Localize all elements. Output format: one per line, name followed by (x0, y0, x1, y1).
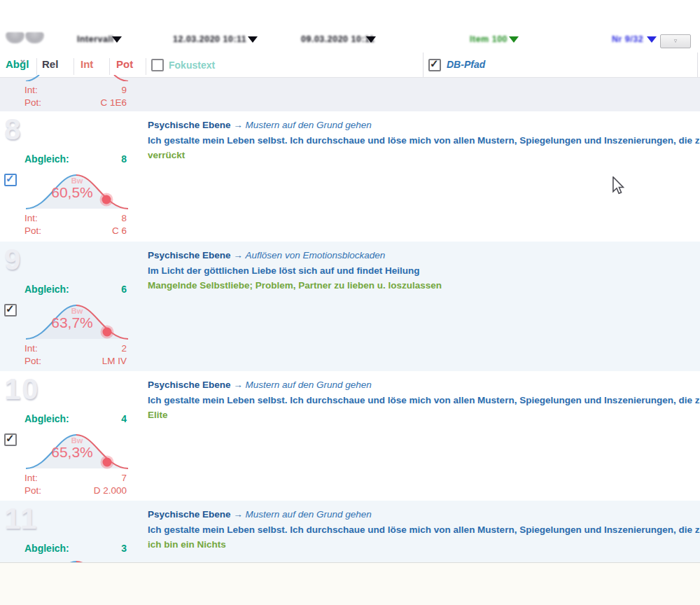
pot-value: D 2.000 (94, 485, 127, 496)
divider (36, 58, 37, 75)
spinner-icon: ▿ (674, 37, 678, 44)
result-row[interactable]: 9 Psychische Ebene → Auflösen von Emotio… (0, 242, 700, 371)
row-checkbox[interactable]: ✓ (4, 304, 17, 317)
abgleich-value: 6 (121, 284, 127, 295)
int-value: 7 (121, 473, 127, 483)
check-icon: ✓ (6, 172, 15, 185)
row-number: 10 (4, 373, 40, 406)
result-row-partial[interactable]: Int: 9 Pot: C 1E6 (0, 78, 700, 111)
int-label: Int: (24, 85, 38, 95)
tab-rel[interactable]: Rel (42, 58, 58, 70)
int-value: 8 (121, 213, 127, 223)
bell-curve-tails (24, 75, 130, 81)
affirmation-text: Ich gestalte mein Leben selbst. Ich durc… (148, 522, 700, 538)
toolbar-dropdown-date-end[interactable]: 09.03.2020 10:11 (301, 34, 374, 44)
affirmation-text: Im Licht der göttlichen Liebe löst sich … (148, 263, 700, 279)
divider (74, 58, 74, 75)
divider (109, 58, 110, 75)
dropdown-arrow-icon[interactable] (647, 36, 657, 43)
row-checkbox[interactable]: ✓ (4, 433, 17, 446)
abgleich-label: Abgleich: (24, 153, 69, 165)
affirmation-text: Ich gestalte mein Leben selbst. Ich durc… (148, 133, 700, 148)
divider (423, 53, 424, 77)
dropdown-arrow-icon[interactable] (248, 36, 258, 43)
dropdown-arrow-icon[interactable] (366, 36, 376, 43)
arrow-right-icon: → (233, 120, 243, 130)
toolbar-dropdown-date-start[interactable]: 12.03.2020 10:11 (173, 34, 246, 44)
row-number: 11 (4, 502, 38, 536)
level-title: Psychische Ebene (148, 120, 231, 130)
int-label: Int: (24, 343, 38, 354)
dropdown-arrow-icon[interactable] (112, 36, 122, 43)
bw-percent: 65,3% (20, 444, 125, 461)
result-row[interactable]: 11 Psychische Ebene → Mustern auf den Gr… (0, 501, 700, 562)
bottom-strip (0, 562, 700, 605)
toolbar-dropdown-interval[interactable]: Intervall (77, 34, 113, 44)
row-number: 8 (4, 113, 22, 146)
fokustext-checkbox[interactable] (151, 59, 164, 71)
level-title: Psychische Ebene (148, 380, 231, 390)
bw-percent: 63,7% (20, 314, 125, 331)
int-label: Int: (24, 213, 38, 223)
top-toolbar: Intervall 12.03.2020 10:11 09.03.2020 10… (0, 0, 700, 53)
db-pfad-label: DB-Pfad (447, 59, 485, 70)
filter-bar: ⌄ Abgl Rel Int Pot Fokustext ✓ DB-Pfad (0, 53, 700, 78)
arrow-right-icon: → (233, 380, 243, 390)
affirmation-text: Ich gestalte mein Leben selbst. Ich durc… (148, 393, 700, 408)
fokustext-label: Fokustext (169, 60, 215, 71)
abgleich-value: 8 (121, 153, 127, 165)
focus-note: verrückt (148, 148, 700, 163)
abgleich-value: 4 (121, 413, 127, 424)
bw-percent: 60,5% (20, 184, 125, 201)
focus-note: Mangelnde Selbstliebe; Problem, Partner … (148, 278, 700, 293)
tab-pot[interactable]: Pot (116, 58, 133, 70)
int-label: Int: (24, 473, 38, 483)
tab-int[interactable]: Int (80, 58, 93, 70)
row-checkbox[interactable]: ✓ (4, 174, 17, 186)
divider (697, 53, 698, 77)
pot-label: Pot: (24, 225, 41, 236)
bell-curve: Bw 63,7% (24, 300, 130, 341)
pot-label: Pot: (24, 97, 41, 108)
toolbar-dropdown-position[interactable]: Nr 9/32 (612, 34, 643, 44)
row-number: 9 (4, 243, 22, 277)
level-subtitle: Mustern auf den Grund gehen (246, 120, 372, 130)
abgleich-label: Abgleich: (24, 413, 69, 424)
level-subtitle: Mustern auf den Grund gehen (246, 380, 372, 390)
level-title: Psychische Ebene (148, 250, 231, 260)
chevron-down-icon: ⌄ (19, 54, 27, 64)
pot-label: Pot: (24, 485, 41, 496)
toolbar-dropdown-item-count[interactable]: Item 100 (470, 34, 507, 44)
abgleich-value: 3 (121, 543, 127, 554)
spinner-button[interactable]: ▿ (660, 34, 691, 48)
pot-label: Pot: (24, 356, 41, 366)
check-icon: ✓ (430, 57, 439, 70)
arrow-right-icon: → (233, 509, 243, 520)
divider (146, 58, 146, 75)
check-icon: ✓ (6, 432, 15, 445)
focus-note: ich bin ein Nichts (148, 537, 700, 552)
level-subtitle: Auflösen von Emotionsblockaden (246, 250, 386, 260)
result-row[interactable]: 10 Psychische Ebene → Mustern auf den Gr… (0, 371, 700, 501)
check-icon: ✓ (6, 302, 15, 315)
toolbar-button-blob[interactable] (6, 32, 24, 43)
bell-curve-peak (24, 557, 130, 562)
pot-value: C 6 (112, 225, 127, 236)
pot-value: C 1E6 (100, 97, 127, 108)
db-pfad-checkbox[interactable]: ✓ (428, 59, 441, 71)
level-title: Psychische Ebene (148, 509, 231, 520)
level-subtitle: Mustern auf den Grund gehen (246, 509, 372, 520)
arrow-right-icon: → (233, 250, 243, 260)
bell-curve: Bw 60,5% (24, 170, 130, 211)
abgleich-label: Abgleich: (24, 543, 69, 554)
dropdown-arrow-icon[interactable] (509, 36, 519, 43)
tab-abgl[interactable]: ⌄ Abgl (6, 58, 29, 70)
pot-value: LM IV (102, 356, 127, 366)
result-row[interactable]: 8 Psychische Ebene → Mustern auf den Gru… (0, 111, 700, 242)
int-value: 9 (121, 85, 127, 95)
mouse-cursor (612, 176, 624, 198)
toolbar-button-blob[interactable] (25, 32, 44, 43)
bell-curve: Bw 65,3% (24, 430, 130, 471)
abgleich-label: Abgleich: (24, 284, 69, 295)
int-value: 2 (121, 343, 127, 354)
